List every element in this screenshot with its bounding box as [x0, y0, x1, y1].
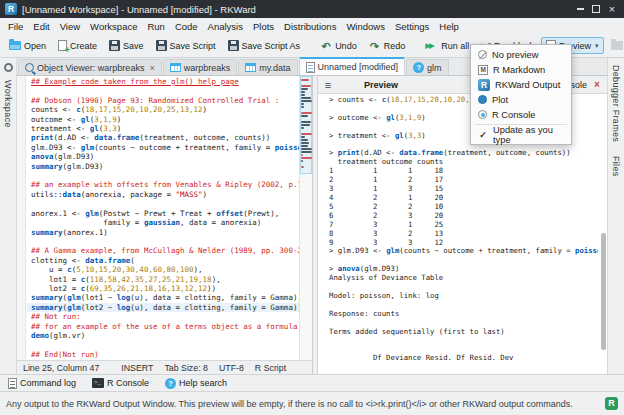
tab-my-data[interactable]: my.data	[238, 59, 297, 75]
maximize-icon[interactable]	[589, 3, 603, 16]
code-segment: offset	[216, 209, 243, 218]
code-segment: ),	[194, 265, 203, 274]
rkward-app-icon	[5, 3, 17, 15]
code-line: lot1 = c(118,58,42,35,27,25,21,19,18),	[27, 275, 299, 284]
tab-object-viewer-warpbreaks[interactable]: Object Viewer: warpbreaks×	[18, 59, 162, 75]
code-line	[27, 199, 299, 208]
redo-button[interactable]: Redo	[364, 38, 411, 54]
code-line	[27, 86, 299, 95]
tab-size[interactable]: Tab Size: 8	[164, 363, 208, 373]
save-script-as-button[interactable]: Save Script As	[223, 37, 306, 54]
close-preview-icon[interactable]	[591, 79, 603, 90]
workspace-dock-button[interactable]: Workspace	[3, 73, 13, 135]
create-button[interactable]: Create	[53, 37, 102, 54]
code-segment: outcome <-	[31, 115, 81, 124]
run-all-button[interactable]: Run all	[420, 38, 474, 54]
window-controls	[571, 3, 619, 16]
code-segment: Model: poisson, link: log	[329, 291, 439, 300]
cursor-position[interactable]: Line 25, Column 47	[23, 363, 99, 373]
menu-analysis[interactable]: Analysis	[203, 20, 248, 33]
code-segment: 4 2 1 20	[329, 193, 443, 202]
editor-view[interactable]: ## Example code taken from the glm() hel…	[17, 76, 312, 360]
debugger-frames-dock-button[interactable]: Debugger Frames	[611, 58, 621, 149]
preview-menu-item[interactable]: No preview	[471, 47, 571, 62]
code-line	[27, 340, 299, 349]
menu-plots[interactable]: Plots	[248, 20, 279, 33]
files-dock-button[interactable]: Files	[611, 149, 621, 184]
code-segment: 69,35,26,21,18,16,13,12,12	[90, 284, 207, 293]
left-dock-strip: Workspace	[0, 58, 17, 374]
editor-code[interactable]: ## Example code taken from the glm() hel…	[27, 77, 299, 360]
undo-button[interactable]: Undo	[315, 38, 362, 54]
code-segment: 3,3	[408, 131, 421, 140]
minimap-view-rect[interactable]	[300, 76, 312, 174]
save-as-icon	[228, 40, 239, 51]
tab-warpbreaks[interactable]: warpbreaks	[163, 59, 238, 75]
tab-label: glm	[427, 63, 442, 73]
code-segment: (glm.D93)	[54, 152, 95, 161]
code-segment: poisson	[575, 246, 598, 255]
input-mode[interactable]: INSERT	[121, 363, 153, 373]
code-segment: )	[421, 113, 425, 122]
undo-icon	[320, 41, 332, 51]
close-icon[interactable]	[605, 3, 619, 16]
code-line: summary(anorex.1)	[27, 228, 299, 237]
code-segment: >	[329, 246, 338, 255]
code-line: > glm.D93 <- glm(counts ~ outcome + trea…	[325, 247, 598, 256]
preview-menu-item[interactable]: RKWard Output	[471, 77, 571, 92]
encoding[interactable]: UTF-8	[219, 363, 244, 373]
tool-button-r-console[interactable]: R Console	[89, 377, 152, 389]
code-segment: glm	[386, 246, 399, 255]
code-segment: glm	[67, 303, 81, 312]
toolbar-button-label: Undo	[335, 41, 357, 51]
object-viewer-icon	[25, 63, 34, 72]
code-segment: (Prewt),	[243, 209, 279, 218]
code-line: ## A Gamma example, from McCullagh & Nel…	[27, 246, 299, 255]
console-scrollbar-thumb[interactable]	[601, 233, 606, 350]
code-segment: ))	[207, 284, 216, 293]
menu-item-label: RKWard Output	[495, 80, 560, 90]
console-scrollbar[interactable]	[601, 94, 606, 372]
menu-workspace[interactable]: Workspace	[85, 20, 142, 33]
editor-minimap[interactable]	[299, 76, 312, 360]
save-button[interactable]: Save	[104, 37, 149, 54]
menu-run[interactable]: Run	[142, 20, 169, 33]
preview-menu-item[interactable]: Update as you type	[471, 127, 571, 142]
minimize-icon[interactable]	[573, 3, 587, 16]
filetype[interactable]: R Script	[255, 363, 286, 373]
menu-file[interactable]: File	[3, 20, 28, 33]
code-segment: >	[329, 131, 338, 140]
data-table-icon	[245, 63, 256, 72]
titlebar[interactable]: [Unnamed Workspace] - Unnamed [modified]…	[0, 0, 624, 18]
save-script-button[interactable]: Save Script	[151, 37, 221, 54]
code-segment: (d.AD <-	[360, 148, 400, 157]
tab-close-icon[interactable]: ×	[149, 63, 154, 73]
tab-unnamed[interactable]: Unnamed [modified]	[299, 57, 406, 75]
tool-button-command-log[interactable]: Command log	[5, 377, 79, 390]
menu-code[interactable]: Code	[170, 20, 203, 33]
menu-distributions[interactable]: Distributions	[279, 20, 341, 33]
preview-menu-item[interactable]: R Markdown	[471, 62, 571, 77]
tab-glm[interactable]: glm	[406, 59, 449, 75]
preview-menu-item[interactable]: R Console	[471, 107, 571, 122]
status-message-bar: Any output to the RKWard Output Window. …	[0, 391, 624, 415]
code-segment: )	[421, 131, 425, 140]
code-segment: print	[338, 148, 360, 157]
code-line: lot2 = c(69,35,26,21,18,16,13,12,12))	[27, 284, 299, 293]
code-segment: (counts ~ outcome + treatment, family =	[399, 246, 575, 255]
code-line: Terms added sequentially (first to last)	[325, 328, 598, 337]
command-log-icon	[8, 378, 17, 389]
menu-windows[interactable]: Windows	[341, 20, 390, 33]
menu-view[interactable]: View	[55, 20, 85, 33]
open-button[interactable]: Open	[4, 38, 51, 54]
code-line: demo(glm.vr)	[27, 331, 299, 340]
code-segment: ## A Gamma example, from McCullagh & Nel…	[31, 246, 299, 255]
menu-help[interactable]: Help	[434, 20, 464, 33]
toolbar-button-label: Create	[70, 41, 97, 51]
tool-button-help-search[interactable]: Help search	[162, 377, 230, 390]
r-engine-status[interactable]: R	[605, 397, 618, 410]
menu-edit[interactable]: Edit	[28, 20, 54, 33]
hamburger-menu-icon[interactable]	[322, 79, 334, 91]
preview-menu-item[interactable]: Plot	[471, 92, 571, 107]
menu-settings[interactable]: Settings	[390, 20, 434, 33]
